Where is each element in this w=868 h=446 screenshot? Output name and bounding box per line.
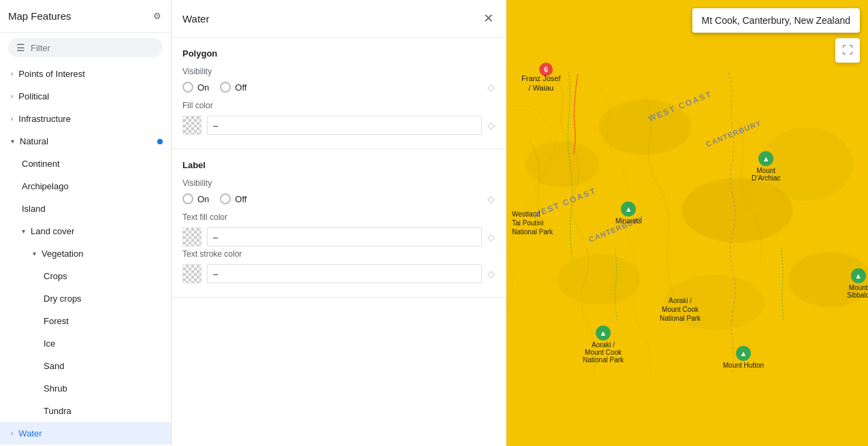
sidebar-item-label: Shrub (44, 383, 67, 394)
sidebar-item-dry-crops[interactable]: Dry crops (0, 287, 171, 310)
poi-franz-josef: Franz Josef/ Waiau (521, 74, 560, 93)
radio-on-label: On (197, 194, 209, 204)
sidebar-item-points-of-interest[interactable]: › Points of Interest (0, 63, 171, 85)
label-visibility-row: On Off ◇ (182, 193, 495, 204)
polygon-visibility-on[interactable]: On (182, 82, 209, 93)
sidebar-item-label: Ice (44, 338, 55, 349)
poi-mount-hutton: ▲ Mount Hutton (723, 346, 764, 369)
label-text-stroke-color-label: Text stroke color (182, 249, 495, 259)
poi-mount-darchiac: ▲ MountD'Archiac (752, 151, 780, 182)
chevron-right-icon: › (11, 430, 13, 437)
chevron-down-icon: ▾ (22, 227, 25, 235)
sidebar-item-land-cover[interactable]: ▾ Land cover (0, 220, 171, 242)
sidebar-item-label: Dry crops (44, 293, 82, 304)
label-visibility-off[interactable]: Off (220, 193, 246, 204)
sidebar-item-infrastructure[interactable]: › Infrastructure (0, 108, 171, 130)
sidebar-item-label: Political (18, 91, 49, 101)
sidebar-item-label: Land cover (31, 226, 74, 236)
label-text-fill-color-row: – ◇ (182, 227, 495, 246)
radio-off-circle (220, 82, 231, 93)
sidebar-item-label: Infrastructure (18, 114, 71, 124)
sidebar-item-label: Island (22, 204, 46, 214)
sidebar-item-island[interactable]: Island (0, 197, 171, 220)
sidebar-item-label: Vegetation (42, 249, 83, 259)
close-icon: ✕ (483, 11, 494, 26)
label-text-stroke-color-row: – ◇ (182, 264, 495, 283)
svg-point-0 (525, 141, 599, 187)
polygon-visibility-diamond[interactable]: ◇ (487, 82, 495, 93)
chevron-right-icon: › (11, 70, 13, 78)
filter-bar[interactable]: ☰ (8, 38, 163, 57)
radio-off-circle (220, 193, 231, 204)
sidebar-item-natural[interactable]: ▾ Natural (0, 130, 171, 153)
sidebar-item-label: Forest (44, 316, 69, 326)
polygon-fill-color-diamond[interactable]: ◇ (487, 120, 495, 131)
sidebar-item-label: Sand (44, 361, 64, 371)
label-text-fill-color-value[interactable]: – (207, 227, 482, 246)
map-terrain (507, 0, 868, 446)
map-area[interactable]: Mt Cook, Canterbury, New Zealand ⛶ 6 Fra… (507, 0, 868, 446)
sidebar-item-water[interactable]: › Water (0, 422, 171, 445)
sidebar-nav: › Points of Interest › Political › Infra… (0, 63, 171, 446)
sidebar-item-label: Natural (20, 136, 48, 146)
sidebar-item-forest[interactable]: Forest (0, 310, 171, 332)
sidebar-item-label: Continent (22, 159, 60, 169)
polygon-section: Polygon Visibility On Off ◇ Fill color –… (172, 37, 506, 149)
sidebar-item-label: Crops (44, 271, 67, 281)
label-text-stroke-color-diamond[interactable]: ◇ (487, 268, 495, 279)
radio-on-circle (182, 82, 193, 93)
sidebar-item-vegetation[interactable]: ▾ Vegetation (0, 242, 171, 265)
polygon-visibility-off[interactable]: Off (220, 82, 246, 93)
map-search-box[interactable]: Mt Cook, Canterbury, New Zealand (692, 8, 860, 33)
label-visibility-label: Visibility (182, 178, 495, 188)
polygon-fill-color-row: – ◇ (182, 116, 495, 135)
panel-title: Water (182, 13, 209, 25)
sidebar-item-crops[interactable]: Crops (0, 265, 171, 287)
close-button[interactable]: ✕ (482, 10, 495, 27)
radio-on-circle (182, 193, 193, 204)
sidebar-item-shrub[interactable]: Shrub (0, 377, 171, 400)
polygon-visibility-label: Visibility (182, 67, 495, 76)
sidebar-item-label: Points of Interest (18, 69, 85, 79)
sidebar-item-tundra[interactable]: Tundra (0, 400, 171, 422)
map-expand-button[interactable]: ⛶ (835, 38, 860, 63)
filter-input[interactable] (31, 43, 155, 53)
label-visibility-diamond[interactable]: ◇ (487, 193, 495, 204)
poi-mount-sibbald: ▲ Mount Sibbald (847, 268, 868, 299)
panel-header: Water ✕ (172, 0, 506, 37)
poi-aoraki-label: Aoraki /Mount CookNational Park (660, 296, 701, 323)
gear-button[interactable]: ⚙ (152, 10, 163, 22)
radio-on-label: On (197, 82, 209, 93)
sidebar-item-label: Water (18, 428, 42, 439)
expand-icon: ⛶ (842, 44, 853, 57)
sidebar-item-political[interactable]: › Political (0, 85, 171, 108)
sidebar-item-ice[interactable]: Ice (0, 332, 171, 355)
chevron-right-icon: › (11, 115, 13, 123)
label-section-title: Label (182, 160, 495, 170)
sidebar-title: Map Features (8, 10, 71, 22)
label-text-fill-color-swatch[interactable] (182, 227, 202, 246)
label-text-fill-color-label: Text fill color (182, 212, 495, 222)
sidebar-item-continent[interactable]: Continent (0, 153, 171, 175)
poi-minarets: ▲ Minarets (615, 202, 641, 225)
chevron-right-icon: › (11, 93, 13, 100)
polygon-fill-color-label: Fill color (182, 101, 495, 110)
detail-panel: Water ✕ Polygon Visibility On Off ◇ Fill… (172, 0, 507, 446)
chevron-down-icon: ▾ (11, 138, 14, 145)
modified-dot (157, 139, 163, 144)
filter-icon: ☰ (16, 42, 25, 53)
gear-icon: ⚙ (153, 11, 161, 21)
svg-point-4 (558, 254, 641, 305)
label-text-stroke-color-value[interactable]: – (207, 264, 482, 283)
radio-off-label: Off (235, 82, 246, 93)
label-text-stroke-color-swatch[interactable] (182, 264, 202, 283)
polygon-fill-color-value[interactable]: – (207, 116, 482, 135)
polygon-fill-color-swatch[interactable] (182, 116, 202, 135)
label-text-fill-color-diamond[interactable]: ◇ (487, 232, 495, 242)
poi-aoraki-mountain: ▲ Aoraki /Mount CookNational Park (583, 325, 624, 364)
sidebar-header: Map Features ⚙ (0, 0, 171, 33)
label-section: Label Visibility On Off ◇ Text fill colo… (172, 149, 506, 298)
label-visibility-on[interactable]: On (182, 193, 209, 204)
sidebar-item-archipelago[interactable]: Archipelago (0, 175, 171, 197)
sidebar-item-sand[interactable]: Sand (0, 355, 171, 377)
